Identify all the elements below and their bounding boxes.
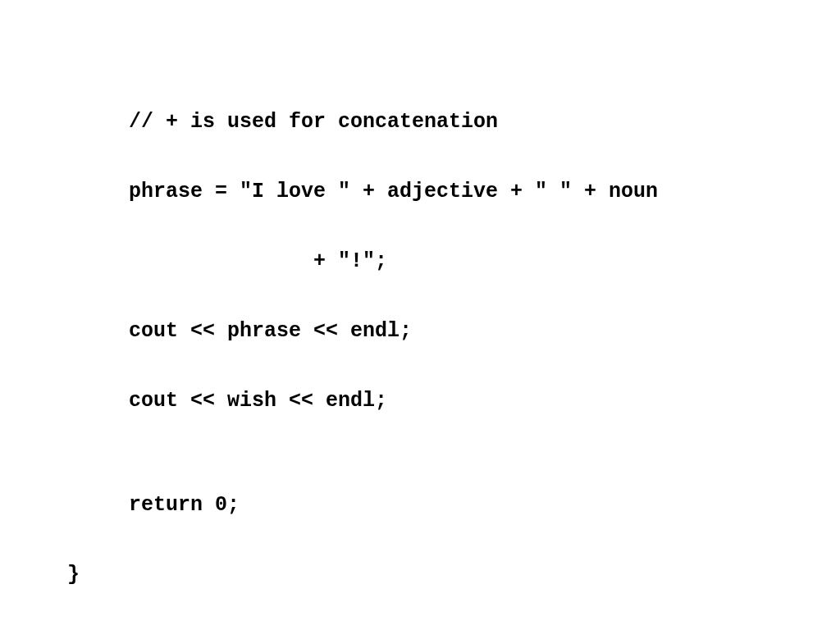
- code-line: // + is used for concatenation: [67, 105, 840, 140]
- code-line: + "!";: [67, 244, 840, 280]
- code-line: phrase = "I love " + adjective + " " + n…: [67, 175, 840, 210]
- code-block: // + is used for concatenation phrase = …: [67, 70, 840, 628]
- code-line: cout << wish << endl;: [67, 384, 840, 419]
- code-line: }: [67, 558, 840, 593]
- code-line: return 0;: [67, 488, 840, 523]
- code-line: cout << phrase << endl;: [67, 314, 840, 349]
